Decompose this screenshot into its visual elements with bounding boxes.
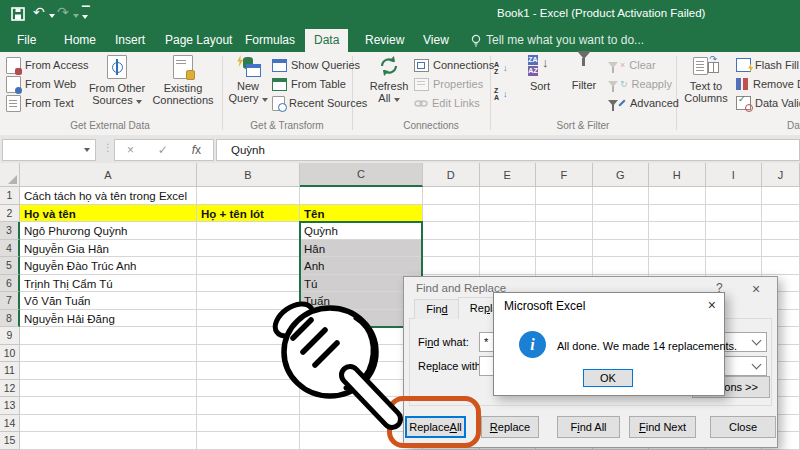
cancel-icon[interactable]: × [127, 143, 134, 157]
ok-button[interactable]: OK [583, 369, 633, 387]
cell-A4[interactable]: Nguyễn Gia Hân [20, 240, 197, 258]
cell-I3[interactable] [706, 222, 763, 240]
cell-G1[interactable] [593, 187, 650, 205]
column-header-J[interactable]: J [762, 163, 800, 187]
properties-button[interactable]: Properties [414, 75, 483, 93]
cell-A11[interactable] [20, 362, 197, 380]
cell-A3[interactable]: Ngô Phương Quỳnh [20, 222, 197, 240]
column-header-H[interactable]: H [649, 163, 706, 187]
clear-filter-button[interactable]: × Clear [608, 56, 656, 74]
cell-G2[interactable] [593, 205, 650, 223]
reapply-filter-button[interactable]: ↻ Reapply [608, 75, 672, 93]
cell-A14[interactable] [20, 415, 197, 433]
tab-insert[interactable]: Insert [106, 29, 154, 52]
cell-D4[interactable] [423, 240, 480, 258]
cell-B3[interactable] [197, 222, 300, 240]
redo-dropdown-icon[interactable] [73, 14, 79, 18]
from-web-button[interactable]: From Web [6, 75, 76, 93]
column-header-B[interactable]: B [197, 163, 300, 187]
cell-J3[interactable] [762, 222, 800, 240]
row-header-1[interactable]: 1 [0, 187, 20, 205]
column-header-D[interactable]: D [423, 163, 480, 187]
enter-check-icon[interactable]: ✓ [158, 143, 168, 157]
cell-A12[interactable] [20, 380, 197, 398]
formula-input[interactable]: Quỳnh [216, 139, 800, 161]
cell-E4[interactable] [480, 240, 537, 258]
cell-A6[interactable]: Trịnh Thị Cẩm Tú [20, 275, 197, 293]
existing-connections-button[interactable]: Existing Connections [150, 55, 216, 106]
cell-J4[interactable] [762, 240, 800, 258]
cell-D2[interactable] [423, 205, 480, 223]
sort-descending-button[interactable]: ZA↓ [494, 84, 508, 104]
remove-duplicates-button[interactable]: Remove Du [736, 75, 800, 93]
cell-C4[interactable]: Hân [300, 240, 423, 258]
from-other-sources-button[interactable]: From Other Sources [88, 55, 146, 106]
select-all-corner[interactable] [0, 163, 20, 187]
row-header-5[interactable]: 5 [0, 257, 20, 275]
connections-button[interactable]: Connections [414, 56, 494, 74]
advanced-filter-button[interactable]: Advanced [608, 94, 679, 112]
row-header-13[interactable]: 13 [0, 397, 20, 415]
tab-page-layout[interactable]: Page Layout [156, 29, 241, 52]
tab-find[interactable]: Find [414, 299, 460, 319]
new-query-button[interactable]: New Query [226, 55, 270, 104]
cell-A5[interactable]: Nguyễn Đào Trúc Anh [20, 257, 197, 275]
find-what-dropdown-icon[interactable] [748, 334, 765, 350]
tab-formulas[interactable]: Formulas [236, 29, 304, 52]
filter-button[interactable]: Filter [562, 55, 606, 91]
row-header-12[interactable]: 12 [0, 380, 20, 398]
cell-B5[interactable] [197, 257, 300, 275]
row-header-4[interactable]: 4 [0, 240, 20, 258]
column-header-C[interactable]: C [300, 163, 423, 187]
cell-E2[interactable] [480, 205, 537, 223]
cell-I2[interactable] [706, 205, 763, 223]
from-text-button[interactable]: From Text [6, 94, 74, 112]
tab-file[interactable]: File [8, 29, 45, 52]
cell-F1[interactable] [536, 187, 593, 205]
row-header-7[interactable]: 7 [0, 292, 20, 310]
cell-C5[interactable]: Anh [300, 257, 423, 275]
tab-review[interactable]: Review [356, 29, 413, 52]
cell-A8[interactable]: Nguyễn Hải Đăng [20, 310, 197, 328]
row-header-6[interactable]: 6 [0, 275, 20, 293]
cell-F5[interactable] [536, 257, 593, 275]
text-to-columns-button[interactable]: ↷ Text to Columns [680, 55, 732, 104]
cell-A15[interactable] [20, 432, 197, 450]
cell-G5[interactable] [593, 257, 650, 275]
cell-G4[interactable] [593, 240, 650, 258]
tab-view[interactable]: View [414, 29, 458, 52]
row-header-9[interactable]: 9 [0, 327, 20, 345]
message-box-close-icon[interactable]: × [708, 297, 716, 313]
name-box-caret[interactable] [84, 148, 90, 152]
insert-function-icon[interactable]: fx [192, 143, 201, 157]
cell-A2[interactable]: Họ và tên [20, 205, 197, 223]
sort-button[interactable]: ZA AZ ↓ Sort [520, 55, 560, 92]
cell-A1[interactable]: Cách tách họ và tên trong Excel [20, 187, 197, 205]
redo-icon[interactable]: ↷ [57, 5, 69, 19]
cell-A9[interactable] [20, 327, 197, 345]
tell-me-box[interactable]: Tell me what you want to do... [486, 29, 644, 52]
cell-F3[interactable] [536, 222, 593, 240]
recent-sources-button[interactable]: Recent Sources [272, 94, 367, 112]
refresh-all-button[interactable]: Refresh All [366, 55, 412, 104]
column-header-E[interactable]: E [480, 163, 537, 187]
cell-J2[interactable] [762, 205, 800, 223]
undo-icon[interactable]: ↶ [33, 5, 45, 19]
qat-customize-caret[interactable] [82, 15, 88, 19]
column-header-G[interactable]: G [593, 163, 650, 187]
cell-J1[interactable] [762, 187, 800, 205]
row-header-10[interactable]: 10 [0, 345, 20, 363]
find-next-button[interactable]: Find Next [629, 416, 696, 438]
tab-home[interactable]: Home [55, 29, 105, 52]
sort-ascending-button[interactable]: AZ↓ [494, 58, 508, 78]
close-icon[interactable]: × [752, 281, 760, 297]
tab-data[interactable]: Data [305, 29, 348, 52]
data-validation-button[interactable]: ✓ Data Validat [736, 94, 800, 112]
cell-H3[interactable] [649, 222, 706, 240]
replace-button[interactable]: Replace [481, 416, 539, 438]
cell-C3[interactable]: Quỳnh [300, 222, 423, 240]
cell-H5[interactable] [649, 257, 706, 275]
cell-B4[interactable] [197, 240, 300, 258]
cell-F2[interactable] [536, 205, 593, 223]
cell-B2[interactable]: Họ + tên lót [197, 205, 300, 223]
